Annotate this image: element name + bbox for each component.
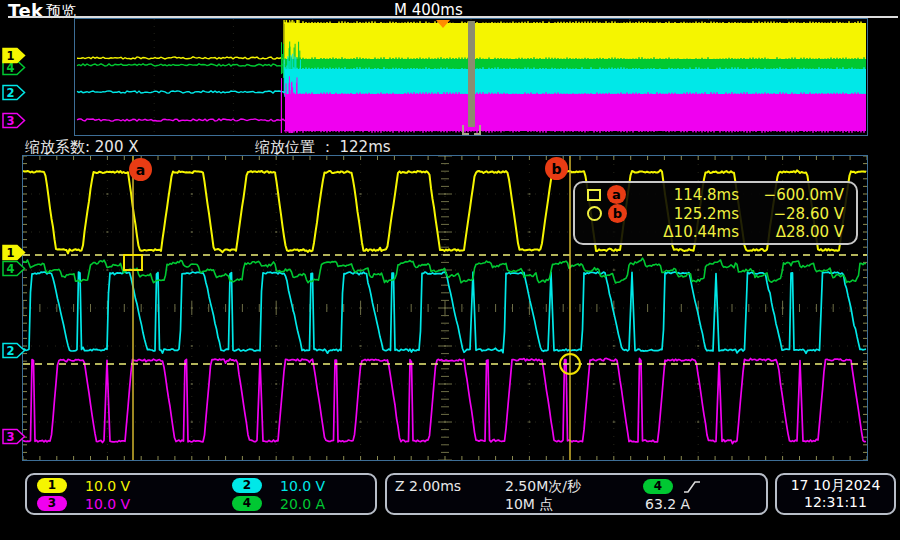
cursor-b-label[interactable]: b (545, 157, 568, 180)
ch4-badge[interactable]: 4 (232, 496, 262, 511)
ch1-scale: 10.0 V (85, 478, 130, 494)
cursor-b-value: −28.60 V (739, 205, 844, 223)
cursor-delta-readout: Δ10.44ms Δ28.00 V (587, 223, 844, 241)
overview-window[interactable] (74, 18, 868, 136)
cursor-a-badge: a (607, 185, 626, 204)
overview-waveforms (75, 19, 867, 135)
trigger-slope-icon (683, 479, 701, 495)
cursor-a-square-icon (587, 189, 601, 201)
trigger-level-label: 63.2 A (645, 496, 690, 512)
ch3-position-marker-overview[interactable]: 3 (2, 112, 26, 129)
ch3-badge[interactable]: 3 (37, 496, 67, 511)
time-label: 12:31:11 (804, 494, 867, 511)
horizontal-trigger-box[interactable]: Z 2.00ms 2.50M次/秒 10M 点 4 63.2 A (385, 473, 768, 515)
ch3-position-marker-main[interactable]: 3 (2, 428, 26, 445)
acquisition-status: 预览 (46, 2, 76, 21)
cursor-a-readout: a 114.8ms −600.0mV (587, 185, 844, 204)
cursor-b-time: 125.2ms (644, 205, 739, 223)
ch2-position-marker-main[interactable]: 2 (2, 342, 26, 359)
svg-text:2: 2 (6, 86, 14, 100)
svg-text:1: 1 (6, 49, 14, 63)
ch4-scale: 20.0 A (280, 496, 325, 512)
zoom-timebase-label: Z 2.00ms (395, 478, 461, 494)
ch1-position-marker-main[interactable]: 1 (2, 244, 26, 261)
cursor-b-badge: b (608, 204, 627, 223)
svg-text:1: 1 (6, 246, 14, 260)
date-label: 17 10月2024 (791, 477, 881, 494)
cursor-delta-value: Δ28.00 V (739, 223, 844, 241)
svg-text:3: 3 (6, 114, 14, 128)
oscilloscope-screen: Tek 预览 M 400ms 4 1 2 3 缩放系数: 200 X 缩放位置 … (0, 0, 900, 540)
svg-text:2: 2 (6, 344, 14, 358)
trigger-source-badge[interactable]: 4 (643, 479, 673, 494)
cursor-b-circle-icon (587, 206, 602, 221)
datetime-box[interactable]: 17 10月2024 12:31:11 (775, 473, 896, 515)
ch4-position-marker-main[interactable]: 4 (2, 260, 26, 277)
svg-text:4: 4 (6, 262, 14, 276)
ch2-badge[interactable]: 2 (232, 478, 262, 493)
sample-rate-label: 2.50M次/秒 (505, 478, 581, 496)
cursor-delta-time: Δ10.44ms (644, 223, 739, 241)
ch2-scale: 10.0 V (280, 478, 325, 494)
cursor-b-readout: b 125.2ms −28.60 V (587, 204, 844, 223)
ch1-position-marker-overview[interactable]: 1 (2, 47, 26, 64)
ch3-scale: 10.0 V (85, 496, 130, 512)
svg-text:3: 3 (6, 430, 14, 444)
ch1-badge[interactable]: 1 (37, 478, 67, 493)
cursor-a-label[interactable]: a (129, 158, 152, 181)
cursor-a-time: 114.8ms (644, 186, 739, 204)
ch2-position-marker-overview[interactable]: 2 (2, 84, 26, 101)
zoom-window-bar[interactable] (468, 21, 475, 127)
cursor-a-value: −600.0mV (739, 186, 844, 204)
record-length-label: 10M 点 (505, 496, 553, 514)
cursor-readout-box: a 114.8ms −600.0mV b 125.2ms −28.60 V Δ1… (573, 181, 858, 245)
channel-scales-box[interactable]: 1 10.0 V 2 10.0 V 3 10.0 V 4 20.0 A (25, 473, 377, 515)
